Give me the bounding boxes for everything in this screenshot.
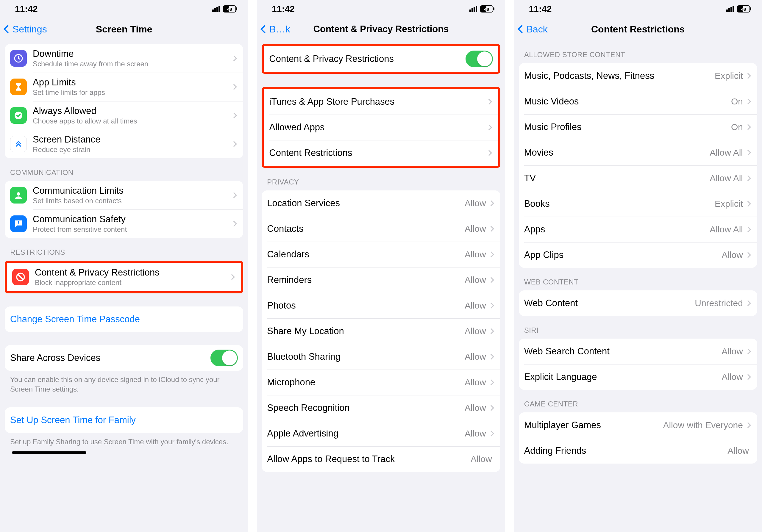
settings-row[interactable]: Content Restrictions [264,140,498,166]
row-main: Apps [524,224,710,235]
group-header: WEB CONTENT [514,268,762,291]
settings-group: Web ContentUnrestricted [519,291,757,316]
settings-row[interactable]: Change Screen Time Passcode [5,306,243,332]
row-title: iTunes & App Store Purchases [269,96,487,107]
settings-row[interactable]: MicrophoneAllow [262,369,500,395]
settings-row[interactable]: Content & Privacy RestrictionsBlock inap… [7,263,241,291]
settings-row[interactable]: Multiplayer GamesAllow with Everyone [519,412,757,438]
row-value: Allow [465,198,486,208]
content: ALLOWED STORE CONTENTMusic, Podcasts, Ne… [514,40,762,532]
contacts-icon [10,187,27,204]
row-main: App LimitsSet time limits for apps [33,77,232,97]
row-subtitle: Set time limits for apps [33,88,232,97]
back-label: Settings [13,24,47,35]
row-title: Web Content [524,298,695,308]
settings-row[interactable]: Communication LimitsSet limits based on … [5,181,243,210]
settings-row[interactable]: Allowed Apps [264,114,498,140]
settings-row[interactable]: Share Across Devices [5,345,243,371]
settings-row[interactable]: Web ContentUnrestricted [519,291,757,316]
settings-row[interactable]: Screen DistanceReduce eye strain [5,130,243,158]
settings-row[interactable]: Speech RecognitionAllow [262,395,500,421]
back-button[interactable]: B…k [262,24,290,35]
settings-row[interactable]: RemindersAllow [262,267,500,293]
row-title: Music Videos [524,96,731,107]
chevron-right-icon [745,422,751,428]
row-title: App Limits [33,77,232,88]
settings-row[interactable]: Share My LocationAllow [262,318,500,344]
settings-row[interactable]: Music ProfilesOn [519,114,757,140]
row-value: Allow All [710,148,743,158]
row-main: Multiplayer Games [524,420,663,431]
row-main: iTunes & App Store Purchases [269,96,487,107]
row-main: Bluetooth Sharing [267,351,465,362]
chevron-right-icon [745,201,751,207]
chevron-right-icon [486,99,492,105]
signal-icon [212,6,220,12]
settings-row[interactable]: Adding FriendsAllow [519,438,757,464]
settings-row[interactable]: Apple AdvertisingAllow [262,421,500,446]
toggle-switch[interactable] [210,350,238,366]
chevron-right-icon [488,431,494,436]
settings-row[interactable]: App LimitsSet time limits for apps [5,73,243,101]
row-main: Content & Privacy Restrictions [269,53,465,64]
row-main: Share My Location [267,325,465,337]
settings-row[interactable]: Set Up Screen Time for Family [5,407,243,433]
settings-row[interactable]: Content & Privacy Restrictions [264,46,498,72]
chevron-right-icon [745,99,751,104]
row-title: Speech Recognition [267,402,465,413]
settings-row[interactable]: CalendarsAllow [262,241,500,267]
row-subtitle: Choose apps to allow at all times [33,117,232,126]
row-title: Microphone [267,377,465,388]
status-bar: 11:4248 [514,0,762,18]
phone-screen-0: 11:4248SettingsScreen TimeDowntimeSchedu… [0,0,248,532]
row-main: Adding Friends [524,445,728,456]
chevron-right-icon [745,300,751,306]
settings-row[interactable]: BooksExplicit [519,191,757,217]
row-title: Share My Location [267,325,465,337]
settings-row[interactable]: TVAllow All [519,166,757,191]
settings-row[interactable]: MoviesAllow All [519,140,757,166]
chevron-right-icon [745,374,751,380]
settings-row[interactable]: DowntimeSchedule time away from the scre… [5,44,243,73]
settings-row[interactable]: Music VideosOn [519,89,757,114]
settings-row[interactable]: Bluetooth SharingAllow [262,344,500,369]
settings-group: Web Search ContentAllowExplicit Language… [519,339,757,390]
row-main: Contacts [267,223,465,234]
back-button[interactable]: Settings [5,24,47,35]
settings-row[interactable]: Web Search ContentAllow [519,339,757,364]
row-value: Allow [465,352,486,362]
settings-row[interactable]: iTunes & App Store Purchases [264,89,498,114]
group-header: PRIVACY [257,168,505,190]
chevron-right-icon [745,124,751,130]
settings-row[interactable]: !Communication SafetyProtect from sensit… [5,210,243,238]
chevron-right-icon [231,221,237,227]
settings-row[interactable]: Location ServicesAllow [262,190,500,216]
settings-row[interactable]: Explicit LanguageAllow [519,364,757,390]
chevron-right-icon [488,328,494,334]
row-title: Multiplayer Games [524,420,663,431]
row-value: Allow [722,250,743,260]
row-value: Unrestricted [695,298,743,308]
chevron-right-icon [488,405,494,411]
row-value: Allow [465,326,486,336]
settings-row[interactable]: App ClipsAllow [519,242,757,268]
back-button[interactable]: Back [519,24,548,35]
toggle-switch[interactable] [466,51,493,67]
settings-row[interactable]: Allow Apps to Request to TrackAllow [262,446,500,472]
back-label: B…k [269,24,290,35]
settings-row[interactable]: Music, Podcasts, News, FitnessExplicit [519,63,757,89]
row-main: Allow Apps to Request to Track [267,453,471,464]
settings-row[interactable]: ContactsAllow [262,216,500,241]
row-value: Allow All [710,173,743,183]
settings-row[interactable]: Always AllowedChoose apps to allow at al… [5,101,243,130]
row-title: Downtime [33,48,232,59]
settings-group: Share Across Devices [5,345,243,371]
row-main: Location Services [267,198,465,209]
back-label: Back [527,24,548,35]
row-value: Allow [465,224,486,234]
settings-row[interactable]: AppsAllow All [519,217,757,242]
settings-row[interactable]: PhotosAllow [262,293,500,318]
row-title: Share Across Devices [10,352,210,363]
row-main: Web Search Content [524,346,722,357]
row-main: Speech Recognition [267,402,465,413]
